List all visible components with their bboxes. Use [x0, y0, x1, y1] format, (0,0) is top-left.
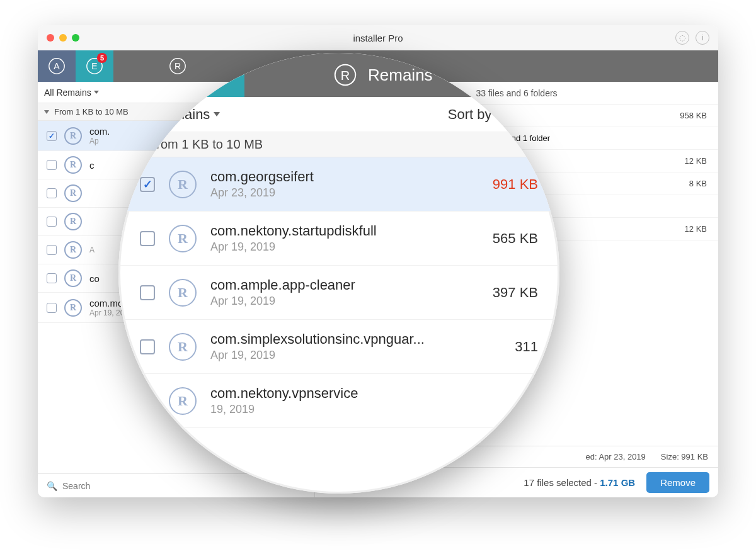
- checkbox[interactable]: [47, 217, 57, 227]
- checkbox[interactable]: [140, 285, 155, 300]
- svg-text:R: R: [175, 61, 181, 71]
- remains-icon: R: [64, 213, 82, 230]
- window-close-button[interactable]: [47, 34, 54, 42]
- tab-extensions[interactable]: E 5: [76, 50, 113, 82]
- svg-text:E: E: [91, 61, 97, 71]
- filter-label: All Remains: [44, 88, 91, 98]
- detail-size: 958 KB: [680, 111, 707, 120]
- item-size: 565 KB: [493, 230, 538, 247]
- remains-icon: R: [169, 225, 197, 252]
- item-name: com.nektony.startupdiskfull: [210, 223, 479, 239]
- detail-size: 8 KB: [689, 179, 707, 188]
- item-name: com.nektony.vpnservice: [210, 385, 524, 402]
- selection-summary: 17 files selected - 1.71 GB: [524, 477, 635, 488]
- feedback-icon[interactable]: ◌: [675, 31, 689, 45]
- mag-list: Rcom.georgseifertApr 23, 2019991 KBRcom.…: [118, 157, 559, 428]
- remains-icon: R: [64, 299, 82, 317]
- caret-down-icon: [94, 91, 99, 94]
- remains-icon: R: [64, 269, 82, 287]
- checkbox[interactable]: [47, 160, 57, 170]
- tab-remains[interactable]: R: [159, 50, 197, 82]
- tab-extensions-badge: 5: [97, 53, 107, 63]
- status-size: Size: 991 KB: [661, 452, 708, 461]
- detail-size: 12 KB: [685, 224, 707, 234]
- svg-text:R: R: [341, 69, 350, 82]
- list-item[interactable]: Rcom.ample.app-cleanerApr 19, 2019397 KB: [118, 266, 559, 320]
- window-zoom-button[interactable]: [72, 34, 79, 42]
- status-edited: ed: Apr 23, 2019: [585, 452, 645, 461]
- item-name: com.ample.app-cleaner: [210, 277, 479, 293]
- tab-remains-spacer: [113, 50, 159, 82]
- item-date: Apr 19, 2019: [210, 240, 479, 254]
- remains-icon: R: [169, 171, 197, 198]
- tab-applications[interactable]: A: [38, 50, 76, 82]
- checkbox[interactable]: [47, 273, 57, 283]
- disclosure-triangle-icon: [44, 110, 49, 114]
- group-header-label: From 1 KB to 10 MB: [54, 107, 129, 116]
- remains-icon: R: [64, 127, 82, 145]
- remains-icon: R: [169, 279, 197, 307]
- checkbox[interactable]: [47, 303, 57, 313]
- checkbox[interactable]: [140, 231, 155, 246]
- search-icon: 🔍: [47, 481, 57, 491]
- item-date: Apr 23, 2019: [210, 186, 479, 200]
- item-name: com.georgseifert: [210, 169, 479, 185]
- checkbox[interactable]: [47, 131, 57, 141]
- filter-dropdown[interactable]: All Remains: [44, 88, 99, 98]
- checkbox[interactable]: [47, 245, 57, 255]
- remains-icon: R: [64, 184, 82, 202]
- list-item[interactable]: Rcom.georgseifertApr 23, 2019991 KB: [118, 157, 559, 212]
- info-icon[interactable]: i: [696, 31, 709, 45]
- caret-down-icon: [214, 112, 220, 116]
- checkbox[interactable]: [140, 177, 155, 192]
- item-size: 991 KB: [493, 176, 538, 193]
- window-title: installer Pro: [353, 33, 403, 43]
- window-minimize-button[interactable]: [59, 34, 67, 42]
- item-date: Apr 19, 2019: [210, 349, 501, 362]
- remains-icon: R: [169, 387, 197, 415]
- item-date: Apr 19, 2019: [210, 295, 479, 308]
- remains-icon: R: [169, 333, 197, 361]
- remains-icon: R: [64, 156, 82, 174]
- list-item[interactable]: Rcom.nektony.startupdiskfullApr 19, 2019…: [118, 212, 559, 266]
- remains-icon: R: [64, 241, 82, 259]
- titlebar: installer Pro ◌ i: [38, 25, 718, 50]
- item-date: 19, 2019: [210, 403, 524, 416]
- detail-size: 12 KB: [685, 156, 707, 166]
- item-size: 397 KB: [493, 285, 538, 301]
- checkbox[interactable]: [140, 339, 155, 354]
- list-item[interactable]: Rcom.nektony.vpnservice19, 2019: [118, 374, 559, 428]
- checkbox[interactable]: [47, 188, 57, 198]
- magnifier-overlay: E 5 R Remains All Remains Sort by Newest…: [118, 53, 559, 494]
- svg-text:A: A: [54, 61, 60, 71]
- item-size: 311: [515, 339, 538, 355]
- mag-group-header[interactable]: From 1 KB to 10 MB: [118, 132, 559, 157]
- item-name: com.simplexsolutionsinc.vpnguar...: [210, 331, 501, 348]
- list-item[interactable]: Rcom.simplexsolutionsinc.vpnguar...Apr 1…: [118, 320, 559, 374]
- remove-button[interactable]: Remove: [646, 472, 709, 493]
